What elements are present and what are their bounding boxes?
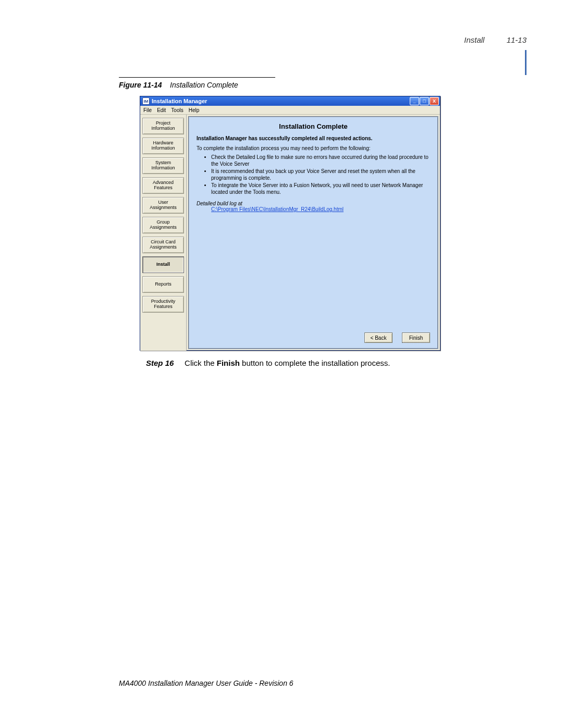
page-footer: MA4000 Installation Manager User Guide -… (119, 679, 293, 687)
menu-help[interactable]: Help (189, 107, 200, 113)
figure-title: Installation Complete (170, 81, 238, 89)
nav-productivity-features[interactable]: Productivity Features (142, 296, 184, 313)
content-title: Installation Complete (197, 122, 430, 130)
bullet-1: Check the Detailed Log file to make sure… (211, 154, 430, 167)
step-text-after: button to complete the installation proc… (242, 359, 390, 367)
app-icon: IM (142, 97, 150, 105)
content-pane: Installation Complete Installation Manag… (188, 116, 438, 349)
window-title: Installation Manager (152, 98, 207, 104)
installation-manager-window: IM Installation Manager _ □ X File Edit … (140, 96, 440, 351)
menu-bar: File Edit Tools Help (140, 106, 440, 115)
build-log-link[interactable]: C:\Program Files\NEC\InstallationMgr_R24… (211, 206, 430, 212)
nav-group-assignments[interactable]: Group Assignments (142, 217, 184, 233)
step-instruction: Step 16 Click the Finish button to compl… (146, 359, 438, 367)
app-body: Project Information Hardware Information… (140, 115, 440, 351)
minimize-button[interactable]: _ (410, 97, 419, 105)
nav-install[interactable]: Install (142, 256, 184, 273)
window-titlebar[interactable]: IM Installation Manager _ □ X (140, 96, 440, 106)
intro-text: To complete the installation process you… (197, 145, 430, 151)
nav-system-information[interactable]: System Information (142, 157, 184, 174)
bullet-3: To integrate the Voice Server into a Fus… (211, 182, 430, 195)
header-page-number: 11-13 (507, 35, 527, 44)
menu-file[interactable]: File (143, 107, 152, 113)
nav-circuit-card-assignments[interactable]: Circuit Card Assignments (142, 237, 184, 253)
bullet-list: Check the Detailed Log file to make sure… (211, 154, 430, 196)
log-heading: Detailed build log at (197, 201, 430, 206)
finish-button[interactable]: Finish (402, 332, 430, 343)
success-message: Installation Manager has successfully co… (197, 135, 430, 141)
back-button[interactable]: < Back (364, 332, 393, 343)
nav-reports[interactable]: Reports (142, 276, 184, 293)
header-accent-rule (525, 50, 527, 75)
nav-project-information[interactable]: Project Information (142, 118, 184, 134)
step-label: Step 16 (146, 359, 174, 367)
step-text-before: Click the (185, 359, 217, 367)
sidebar: Project Information Hardware Information… (140, 115, 187, 351)
window-controls: _ □ X (410, 97, 439, 105)
menu-tools[interactable]: Tools (171, 107, 183, 113)
header-section: Install (464, 35, 484, 44)
wizard-buttons: < Back Finish (364, 332, 430, 343)
maximize-button[interactable]: □ (420, 97, 429, 105)
running-header: Install 11-13 (464, 35, 527, 44)
titlebar-left: IM Installation Manager (142, 97, 207, 105)
close-button[interactable]: X (430, 97, 439, 105)
nav-advanced-features[interactable]: Advanced Features (142, 177, 184, 194)
nav-hardware-information[interactable]: Hardware Information (142, 138, 184, 154)
figure-label: Figure 11-14 (119, 81, 162, 89)
figure-caption: Figure 11-14 Installation Complete (119, 81, 238, 89)
nav-user-assignments[interactable]: User Assignments (142, 197, 184, 214)
step-bold: Finish (217, 359, 240, 367)
menu-edit[interactable]: Edit (157, 107, 166, 113)
figure-rule (119, 77, 275, 78)
bullet-2: It is recommended that you back up your … (211, 168, 430, 181)
